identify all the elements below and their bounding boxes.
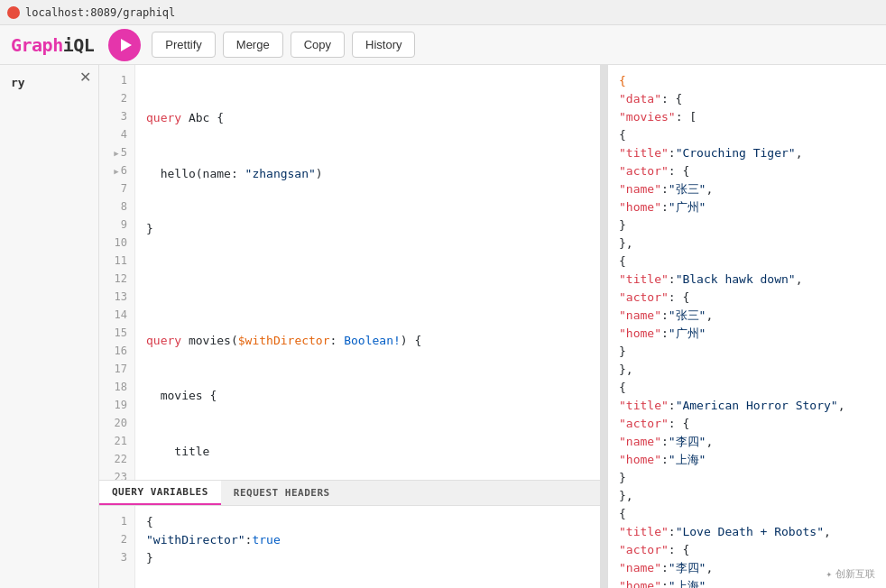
tab-query-variables[interactable]: QUERY VARIABLES	[99, 481, 221, 505]
favicon-icon	[7, 6, 20, 19]
result-content: { "data": { "movies": [ { "title": "Crou…	[619, 72, 875, 588]
variable-panel: QUERY VARIABLES REQUEST HEADERS 1 2 3 { …	[99, 480, 600, 588]
history-button[interactable]: History	[352, 32, 415, 58]
result-panel: { "data": { "movies": [ { "title": "Crou…	[606, 65, 886, 588]
prettify-button[interactable]: Prettify	[152, 32, 215, 58]
app-bar: GraphiQL Prettify Merge Copy History	[0, 25, 886, 65]
code-content[interactable]: query Abc { hello(name: "zhangsan") } qu…	[135, 65, 600, 480]
url-display: localhost:8089/graphiql	[25, 6, 175, 19]
watermark: ✦ 创新互联	[826, 567, 875, 581]
watermark-label: 创新互联	[835, 567, 875, 581]
run-button[interactable]	[108, 29, 141, 61]
close-sidebar-button[interactable]: ✕	[79, 70, 91, 85]
merge-button[interactable]: Merge	[223, 32, 283, 58]
variable-content[interactable]: 1 2 3 { "withDirector": true }	[99, 506, 600, 588]
editor-panel: 1 2 3 4 ▶5 ▶6 7 8 9 10 11 12 13 14 15 16	[99, 65, 601, 588]
query-editor[interactable]: 1 2 3 4 ▶5 ▶6 7 8 9 10 11 12 13 14 15 16	[99, 65, 600, 480]
tab-request-headers[interactable]: REQUEST HEADERS	[221, 481, 343, 505]
variable-tabs: QUERY VARIABLES REQUEST HEADERS	[99, 481, 600, 506]
var-code-content[interactable]: { "withDirector": true }	[135, 506, 291, 588]
app-title: GraphiQL	[11, 34, 94, 56]
history-sidebar: ry ✕	[0, 65, 99, 588]
watermark-icon: ✦	[826, 568, 832, 580]
var-line-numbers: 1 2 3	[99, 506, 135, 588]
title-bar: localhost:8089/graphiql	[0, 0, 886, 25]
main-layout: ry ✕ 1 2 3 4 ▶5 ▶6 7 8 9 10 11 12 1	[0, 65, 886, 588]
sidebar-label: ry	[0, 72, 36, 93]
line-numbers: 1 2 3 4 ▶5 ▶6 7 8 9 10 11 12 13 14 15 16	[99, 65, 135, 480]
copy-button[interactable]: Copy	[291, 32, 345, 58]
